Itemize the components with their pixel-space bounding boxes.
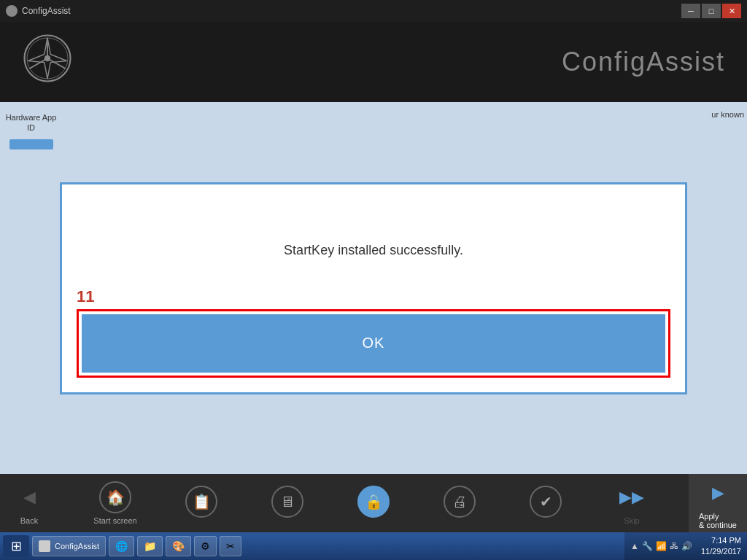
main-area: Hardware App ID ur known StartKey instal… bbox=[0, 102, 747, 474]
nav-item-4[interactable]: 🖨 bbox=[430, 474, 489, 532]
start-screen-label: Start screen bbox=[93, 516, 136, 525]
modal-overlay: StartKey installed successfully. 11 OK bbox=[0, 102, 747, 474]
taskbar-explorer[interactable]: 📁 bbox=[137, 536, 163, 556]
nav-item-5[interactable]: ✔ bbox=[516, 474, 575, 532]
modal-dialog: StartKey installed successfully. 11 OK bbox=[60, 182, 687, 394]
tray-volume: 🔊 bbox=[681, 541, 692, 551]
app-title: ConfigAssist bbox=[562, 47, 725, 77]
home-icon: 🏠 bbox=[99, 481, 131, 513]
minimize-button[interactable]: ─ bbox=[681, 4, 700, 18]
taskbar-settings[interactable]: ⚙ bbox=[194, 536, 217, 556]
ok-button[interactable]: OK bbox=[82, 314, 665, 373]
nav-item-1[interactable]: 📋 bbox=[172, 474, 231, 532]
tray-icon-1: ▲ bbox=[630, 541, 639, 551]
tray-network: 🖧 bbox=[670, 541, 678, 551]
taskbar: ⊞ ConfigAssist 🌐 📁 🎨 ⚙ ✂ ▲ 🔧 📶 🖧 🔊 7:14 … bbox=[0, 532, 747, 560]
folder-icon: 📁 bbox=[144, 540, 156, 552]
nav-apply-continue[interactable]: ▶ Apply& continue bbox=[689, 474, 747, 532]
modal-message: StartKey installed successfully. bbox=[255, 199, 492, 287]
mercedes-logo bbox=[22, 33, 80, 91]
back-icon: ◀ bbox=[13, 481, 45, 513]
taskbar-app-label: ConfigAssist bbox=[55, 542, 99, 551]
tray-icon-3: 📶 bbox=[656, 541, 667, 551]
lock-icon: 🔒 bbox=[357, 486, 390, 518]
ie-icon: 🌐 bbox=[115, 540, 128, 552]
clock-date: 11/29/2017 bbox=[701, 546, 741, 557]
skip-label: Skip bbox=[624, 516, 639, 525]
printer-icon: 🖨 bbox=[444, 486, 476, 518]
nav-item-2[interactable]: 🖥 bbox=[258, 474, 317, 532]
titlebar-controls: ─ □ ✕ bbox=[681, 4, 741, 18]
apply-continue-label: Apply& continue bbox=[699, 512, 737, 529]
scissors-icon: ✂ bbox=[226, 540, 235, 552]
skip-icon: ▶▶ bbox=[616, 481, 648, 513]
nav-start-screen[interactable]: 🏠 Start screen bbox=[86, 474, 144, 532]
maximize-button[interactable]: □ bbox=[702, 4, 721, 18]
gear-icon: ⚙ bbox=[201, 540, 210, 552]
check-icon: ✔ bbox=[530, 486, 562, 518]
nav-back[interactable]: ◀ Back bbox=[0, 474, 58, 532]
taskbar-clock[interactable]: 7:14 PM 11/29/2017 bbox=[701, 535, 741, 558]
titlebar-title: ConfigAssist bbox=[22, 6, 71, 16]
taskbar-configassist[interactable]: ConfigAssist bbox=[32, 536, 106, 556]
nav-item-3[interactable]: 🔒 bbox=[344, 474, 403, 532]
taskbar-app-icon bbox=[39, 540, 50, 552]
tray-icon-2: 🔧 bbox=[642, 541, 653, 551]
monitor-icon: 🖥 bbox=[271, 486, 303, 518]
titlebar-left: ConfigAssist bbox=[6, 5, 71, 17]
modal-ok-wrapper: OK bbox=[77, 309, 670, 378]
taskbar-ie[interactable]: 🌐 bbox=[109, 536, 134, 556]
close-button[interactable]: ✕ bbox=[722, 4, 741, 18]
back-label: Back bbox=[20, 516, 38, 525]
system-tray: ▲ 🔧 📶 🖧 🔊 7:14 PM 11/29/2017 bbox=[624, 532, 747, 560]
start-icon: ⊞ bbox=[11, 538, 22, 554]
app-icon-small bbox=[6, 5, 18, 17]
start-button[interactable]: ⊞ bbox=[3, 535, 29, 557]
nav-bar: ◀ Back 🏠 Start screen 📋 🖥 🔒 🖨 ✔ ▶▶ Skip … bbox=[0, 474, 747, 532]
svg-point-6 bbox=[44, 55, 50, 61]
taskbar-misc[interactable]: ✂ bbox=[220, 536, 241, 556]
paint-icon: 🎨 bbox=[172, 540, 185, 552]
apply-continue-icon: ▶ bbox=[702, 477, 734, 509]
app-header: ConfigAssist bbox=[0, 22, 747, 102]
clock-time: 7:14 PM bbox=[701, 535, 741, 546]
taskbar-paint[interactable]: 🎨 bbox=[166, 536, 191, 556]
nav-skip[interactable]: ▶▶ Skip bbox=[603, 474, 661, 532]
modal-number: 11 bbox=[77, 287, 94, 306]
titlebar: ConfigAssist ─ □ ✕ bbox=[0, 0, 747, 22]
document-icon: 📋 bbox=[185, 486, 217, 518]
